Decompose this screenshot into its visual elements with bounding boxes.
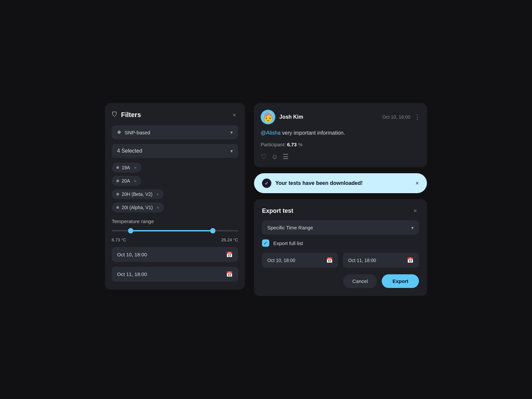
tag-19a-remove[interactable]: × [133, 166, 137, 170]
date-end-value: Oct 11, 18:00 [117, 271, 147, 277]
tag-20i-remove[interactable]: × [155, 205, 159, 210]
export-dialog: Export test × Specific Time Range ▾ ✓ Ex… [254, 199, 427, 296]
export-time-range-dropdown[interactable]: Specific Time Range ▾ [262, 220, 419, 235]
filters-close-button[interactable]: × [230, 111, 238, 119]
export-date-row: Oct 10, 18:00 📅 Oct 11, 18:00 📅 [262, 253, 419, 268]
export-date-end[interactable]: Oct 11, 18:00 📅 [343, 253, 419, 268]
snp-chevron-icon: ▾ [230, 130, 233, 135]
filters-header: ⛉ Filters × [112, 111, 238, 119]
range-slider-track[interactable] [112, 230, 238, 231]
export-date-end-value: Oct 11, 18:00 [348, 258, 376, 263]
temperature-label: Temperature range [112, 218, 238, 224]
toast-message: Your tests have been downloaded! [275, 180, 363, 186]
export-full-list-row: ✓ Export full list [262, 239, 419, 247]
participant-value: 6.73 [287, 142, 297, 147]
toast-close-button[interactable]: × [415, 180, 419, 187]
snp-icon: ❄ [117, 129, 121, 135]
chat-body: @Alisha very important information. [261, 129, 420, 137]
filters-title-group: ⛉ Filters [112, 111, 141, 119]
right-column: 🧓 Josh Kim Oct 10, 18:00 ⋮ @Alisha very … [254, 103, 427, 296]
emoji-button[interactable]: ☺ [271, 153, 278, 161]
range-min-label: 6.73 °C [112, 237, 126, 242]
chat-more-button[interactable]: ⋮ [414, 113, 420, 121]
toast-check-icon: ✓ [262, 179, 271, 188]
tag-20h-dot [116, 193, 119, 196]
export-header: Export test × [262, 207, 419, 214]
snp-dropdown[interactable]: ❄ SNP-based ▾ [112, 125, 238, 139]
date-start-input[interactable]: Oct 10, 18:00 📅 [112, 247, 238, 262]
export-title: Export test [262, 207, 293, 214]
chat-user-info: 🧓 Josh Kim [261, 110, 303, 124]
export-dropdown-label: Specific Time Range [267, 225, 313, 230]
tag-20a: 20A × [112, 176, 141, 186]
participant-line: Participant: 6.73 % [261, 142, 420, 147]
range-slider-fill [131, 230, 213, 231]
export-date-start[interactable]: Oct 10, 18:00 📅 [262, 253, 338, 268]
export-calendar-end-icon: 📅 [407, 257, 414, 263]
range-slider-thumb-left[interactable] [128, 228, 133, 233]
selected-dropdown[interactable]: 4 Selected ▾ [112, 144, 238, 158]
comment-button[interactable]: ☰ [283, 153, 289, 161]
chat-username: Josh Kim [279, 114, 303, 120]
tag-19a-dot [116, 166, 119, 169]
date-end-input[interactable]: Oct 11, 18:00 📅 [112, 267, 238, 282]
tag-20i-label: 20I (Alpha, V1) [122, 205, 153, 210]
export-close-button[interactable]: × [411, 207, 419, 214]
reaction-row: ♡ ☺ ☰ [261, 153, 420, 161]
tag-20i: 20I (Alpha, V1) × [112, 202, 164, 212]
tag-20i-dot [116, 206, 119, 209]
export-full-list-checkbox[interactable]: ✓ [262, 239, 269, 247]
chat-header: 🧓 Josh Kim Oct 10, 18:00 ⋮ [261, 110, 420, 124]
export-dropdown-chevron: ▾ [411, 225, 414, 230]
tag-19a-label: 19A [122, 165, 130, 170]
calendar-start-icon: 📅 [226, 251, 233, 258]
cancel-button[interactable]: Cancel [343, 274, 377, 288]
avatar-emoji: 🧓 [262, 112, 274, 123]
toast-notification: ✓ Your tests have been downloaded! × [254, 173, 427, 193]
range-slider-thumb-right[interactable] [210, 228, 215, 233]
tag-20h-label: 20H (Beta, V2) [122, 192, 153, 197]
chat-mention: @Alisha [261, 130, 281, 136]
export-date-start-value: Oct 10, 18:00 [267, 258, 295, 263]
date-start-value: Oct 10, 18:00 [117, 252, 147, 257]
selected-chevron-icon: ▾ [230, 148, 233, 154]
filters-panel: ⛉ Filters × ❄ SNP-based ▾ 4 Selected ▾ 1… [105, 103, 245, 290]
chat-message: very important information. [282, 130, 345, 136]
tag-20h: 20H (Beta, V2) × [112, 189, 164, 199]
avatar: 🧓 [261, 110, 275, 124]
tag-20a-remove[interactable]: × [133, 179, 137, 183]
filter-icon: ⛉ [112, 111, 118, 118]
selected-label: 4 Selected [117, 148, 142, 154]
tag-19a: 19A × [112, 163, 141, 173]
filters-title: Filters [121, 111, 141, 119]
chat-timestamp: Oct 10, 18:00 [382, 114, 410, 120]
tag-20h-remove[interactable]: × [155, 192, 159, 197]
export-calendar-start-icon: 📅 [326, 257, 333, 263]
toast-left: ✓ Your tests have been downloaded! [262, 179, 363, 188]
chat-meta: Oct 10, 18:00 ⋮ [382, 113, 420, 121]
tag-list: 19A × 20A × 20H (Beta, V2) × 20I (Alpha,… [112, 163, 238, 212]
export-button[interactable]: Export [382, 274, 419, 288]
export-action-row: Cancel Export [262, 274, 419, 288]
chat-card: 🧓 Josh Kim Oct 10, 18:00 ⋮ @Alisha very … [254, 103, 427, 167]
range-max-label: 26.24 °C [221, 237, 238, 242]
range-labels: 6.73 °C 26.24 °C [112, 237, 238, 242]
temperature-range-section: Temperature range 6.73 °C 26.24 °C [112, 217, 238, 242]
tag-20a-label: 20A [122, 178, 130, 184]
calendar-end-icon: 📅 [226, 271, 233, 277]
like-button[interactable]: ♡ [261, 153, 267, 161]
export-full-list-label: Export full list [273, 240, 303, 246]
snp-label: SNP-based [125, 130, 150, 135]
tag-20a-dot [116, 180, 119, 182]
